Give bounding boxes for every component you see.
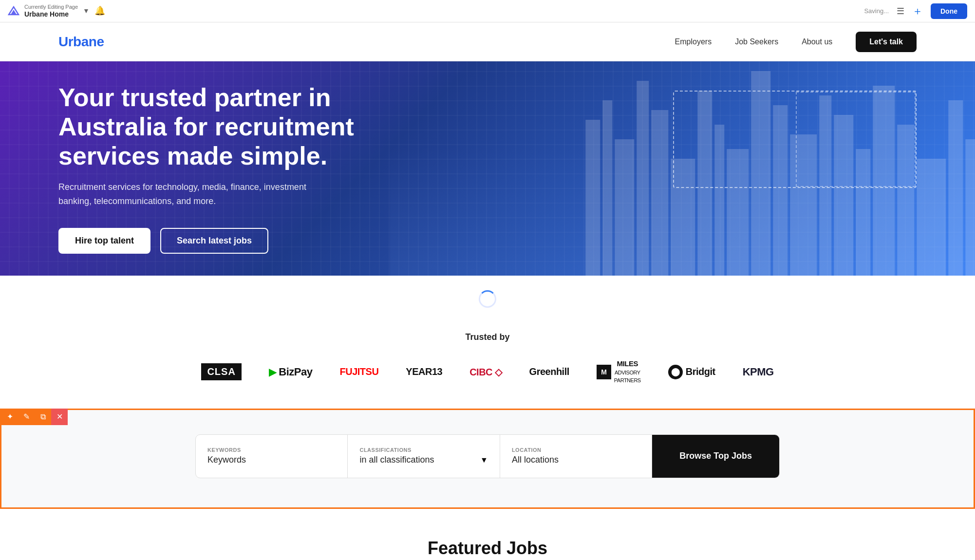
editor-title-block: Currently Editing Page Urbane Home <box>24 4 78 19</box>
svg-rect-6 <box>651 110 668 276</box>
logo-bizpay-text: BizPay <box>279 366 312 378</box>
logo-greenhill: Greenhill <box>529 366 569 377</box>
bizpay-arrow-icon: ▶ <box>269 366 276 378</box>
editor-plus-icon[interactable]: ＋ <box>912 4 923 19</box>
editor-page-name: Urbane Home <box>24 10 78 19</box>
search-classifications-field[interactable]: CLASSIFICATIONS in all classifications ▼ <box>348 435 500 478</box>
featured-title: Featured Jobs <box>58 538 917 559</box>
search-keywords-field[interactable]: KEYWORDS Keywords <box>196 435 348 478</box>
trusted-logos: CLSA ▶ BizPay FUJITSU YEAR13 CIBC ◇ Gree… <box>0 360 975 384</box>
logo-bizpay: ▶ BizPay <box>269 366 313 378</box>
search-browse-button[interactable]: Browse Top Jobs <box>652 435 779 478</box>
classifications-chevron-icon: ▼ <box>480 456 488 465</box>
site-nav-links: Employers Job Seekers About us Let's tal… <box>675 32 917 52</box>
search-location-field[interactable]: LOCATION All locations <box>500 435 652 478</box>
logo-year13: YEAR13 <box>406 366 442 377</box>
logo-greenhill-text: Greenhill <box>529 366 569 377</box>
hero-buttons: Hire top talent Search latest jobs <box>58 228 370 254</box>
nav-link-employers[interactable]: Employers <box>675 37 712 46</box>
svg-rect-3 <box>602 100 612 276</box>
nav-link-about-us[interactable]: About us <box>802 37 832 46</box>
site-logo-text: Urbane <box>58 34 104 49</box>
toolbar-copy-button[interactable]: ⧉ <box>35 409 51 425</box>
editor-list-icon[interactable]: ☰ <box>897 6 904 17</box>
logo-kpmg: KPMG <box>743 366 774 378</box>
classifications-value[interactable]: in all classifications <box>359 455 434 465</box>
loading-spinner <box>479 290 496 308</box>
classifications-select[interactable]: in all classifications ▼ <box>359 455 488 465</box>
hero-hire-button[interactable]: Hire top talent <box>58 228 150 254</box>
search-section: KEYWORDS Keywords CLASSIFICATIONS in all… <box>1 410 974 507</box>
editor-done-button[interactable]: Done <box>931 3 967 19</box>
classifications-label: CLASSIFICATIONS <box>359 447 488 453</box>
svg-rect-21 <box>965 139 975 276</box>
location-value[interactable]: All locations <box>512 455 640 465</box>
editor-bar-left: Currently Editing Page Urbane Home ▼ 🔔 <box>8 4 105 19</box>
location-label: LOCATION <box>512 447 640 453</box>
editor-bell-icon[interactable]: 🔔 <box>94 5 105 16</box>
site-logo: Urbane <box>58 34 104 50</box>
hero-search-button[interactable]: Search latest jobs <box>160 228 268 254</box>
search-toolbar: ✦ ✎ ⧉ ✕ <box>1 409 68 425</box>
logo-bridgit-text: Bridgit <box>686 366 715 377</box>
logo-miles: M MILESADVISORYPARTNERS <box>597 360 641 384</box>
logo-fujitsu: FUJITSU <box>339 366 378 377</box>
logo-kpmg-text: KPMG <box>743 366 774 378</box>
svg-rect-4 <box>615 139 634 276</box>
logo-bridgit: ⬤ Bridgit <box>668 365 715 379</box>
search-widget: KEYWORDS Keywords CLASSIFICATIONS in all… <box>195 434 780 478</box>
applyflow-logo-icon <box>8 5 19 17</box>
logo-year13-text: YEAR13 <box>406 366 442 377</box>
keywords-label: KEYWORDS <box>207 447 336 453</box>
editor-bar: Currently Editing Page Urbane Home ▼ 🔔 S… <box>0 0 975 22</box>
hero-title: Your trusted partner in Australia for re… <box>58 83 370 170</box>
logo-cibc: CIBC ◇ <box>469 366 502 378</box>
bridgit-circle-icon: ⬤ <box>668 365 683 379</box>
nav-cta-button[interactable]: Let's talk <box>856 32 917 52</box>
hero-dashed-inner <box>796 92 916 187</box>
logo-cibc-text: CIBC ◇ <box>469 366 502 378</box>
nav-link-job-seekers[interactable]: Job Seekers <box>735 37 778 46</box>
site-navbar: Urbane Employers Job Seekers About us Le… <box>0 22 975 61</box>
miles-box-icon: M <box>597 365 611 379</box>
logo-fujitsu-text: FUJITSU <box>339 366 378 377</box>
svg-rect-19 <box>917 159 946 276</box>
toolbar-move-button[interactable]: ✦ <box>1 409 18 425</box>
logo-miles-text: MILESADVISORYPARTNERS <box>614 360 641 384</box>
keywords-value[interactable]: Keywords <box>207 455 336 465</box>
trusted-label: Trusted by <box>0 332 975 342</box>
hero-content: Your trusted partner in Australia for re… <box>0 83 370 254</box>
loading-section <box>0 276 975 322</box>
editor-saving-label: Saving... <box>864 7 889 15</box>
editor-currently-editing-label: Currently Editing Page <box>24 4 78 10</box>
svg-rect-2 <box>585 120 600 276</box>
editor-chevron-icon[interactable]: ▼ <box>83 7 90 15</box>
logo-clsa: CLSA <box>201 363 241 380</box>
featured-section: Featured Jobs POWERED BY applyflow ger C… <box>0 509 975 560</box>
toolbar-close-button[interactable]: ✕ <box>51 409 68 425</box>
logo-clsa-text: CLSA <box>201 363 241 380</box>
svg-rect-20 <box>948 100 963 276</box>
trusted-section: Trusted by CLSA ▶ BizPay FUJITSU YEAR13 … <box>0 322 975 409</box>
hero-subtitle: Recruitment services for technology, med… <box>58 180 312 208</box>
toolbar-edit-button[interactable]: ✎ <box>18 409 35 425</box>
editor-bar-right: Saving... ☰ ＋ Done <box>864 3 967 19</box>
svg-rect-5 <box>637 81 649 276</box>
search-section-wrapper: ✦ ✎ ⧉ ✕ KEYWORDS Keywords CLASSIFICATION… <box>0 409 975 509</box>
hero-dashed-selection-box <box>673 91 917 188</box>
hero-section: Your trusted partner in Australia for re… <box>0 61 975 276</box>
